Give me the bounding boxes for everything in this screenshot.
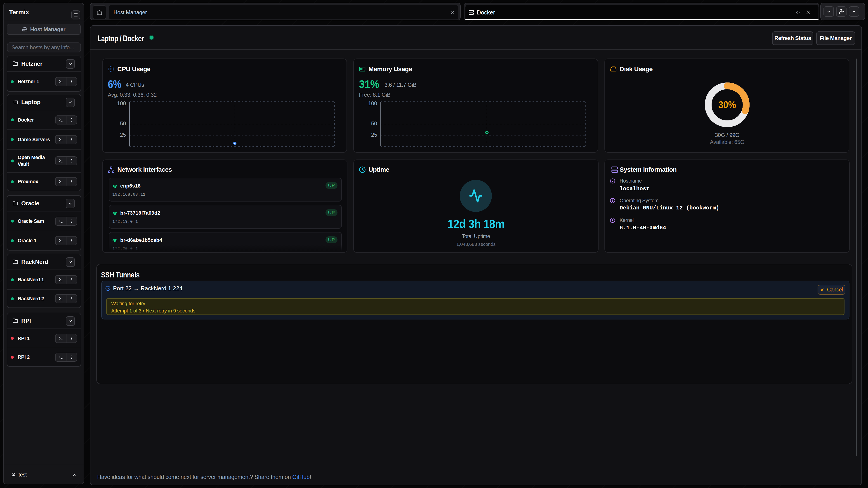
svg-text:100: 100	[368, 100, 377, 106]
svg-text:50: 50	[371, 121, 377, 127]
svg-text:25: 25	[120, 132, 126, 138]
svg-text:Avg: 0.33, 0.36, 0.32: Avg: 0.33, 0.36, 0.32	[108, 92, 157, 98]
svg-text:30%: 30%	[718, 99, 736, 110]
svg-text:31%: 31%	[359, 78, 379, 90]
svg-text:30G / 99G: 30G / 99G	[715, 132, 740, 138]
svg-text:Available: 65G: Available: 65G	[710, 139, 744, 145]
svg-text:Disk Usage: Disk Usage	[620, 66, 653, 72]
svg-text:50: 50	[120, 121, 126, 127]
svg-text:CPU Usage: CPU Usage	[117, 66, 150, 72]
svg-text:25: 25	[371, 132, 377, 138]
svg-text:4 CPUs: 4 CPUs	[126, 82, 144, 88]
svg-text:6%: 6%	[108, 78, 121, 90]
svg-text:Free: 8.1 GiB: Free: 8.1 GiB	[359, 92, 391, 98]
svg-text:Memory Usage: Memory Usage	[368, 66, 412, 72]
svg-text:3.6 / 11.7 GiB: 3.6 / 11.7 GiB	[384, 82, 416, 88]
svg-text:100: 100	[117, 100, 126, 106]
